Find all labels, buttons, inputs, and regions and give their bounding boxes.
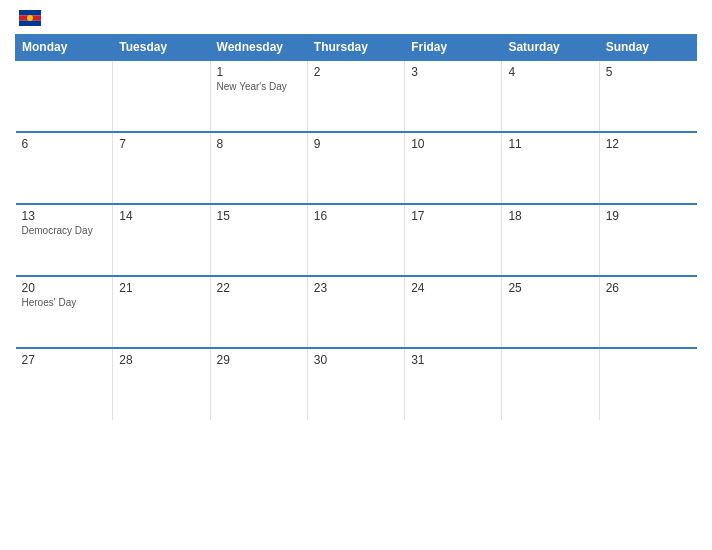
- day-number: 5: [606, 65, 691, 79]
- day-number: 7: [119, 137, 203, 151]
- day-number: 18: [508, 209, 592, 223]
- calendar-cell: 9: [307, 132, 404, 204]
- event-label: New Year's Day: [217, 81, 301, 92]
- day-number: 29: [217, 353, 301, 367]
- calendar-cell: 27: [16, 348, 113, 420]
- calendar-cell: 22: [210, 276, 307, 348]
- calendar-cell: 23: [307, 276, 404, 348]
- week-row-4: 20Heroes' Day212223242526: [16, 276, 697, 348]
- day-number: 10: [411, 137, 495, 151]
- calendar-cell: 24: [405, 276, 502, 348]
- calendar-cell: 30: [307, 348, 404, 420]
- day-header-sunday: Sunday: [599, 35, 696, 61]
- day-header-monday: Monday: [16, 35, 113, 61]
- calendar-cell: 28: [113, 348, 210, 420]
- week-row-1: 1New Year's Day2345: [16, 60, 697, 132]
- day-header-friday: Friday: [405, 35, 502, 61]
- calendar-cell: 21: [113, 276, 210, 348]
- calendar-cell: 31: [405, 348, 502, 420]
- calendar-cell: 20Heroes' Day: [16, 276, 113, 348]
- day-number: 15: [217, 209, 301, 223]
- svg-rect-2: [19, 21, 41, 26]
- calendar-cell: 16: [307, 204, 404, 276]
- day-number: 22: [217, 281, 301, 295]
- day-number: 25: [508, 281, 592, 295]
- calendar-cell: 26: [599, 276, 696, 348]
- day-number: 12: [606, 137, 691, 151]
- day-header-thursday: Thursday: [307, 35, 404, 61]
- calendar-cell: 10: [405, 132, 502, 204]
- day-number: 19: [606, 209, 691, 223]
- week-row-5: 2728293031: [16, 348, 697, 420]
- day-number: 17: [411, 209, 495, 223]
- calendar-cell: 1New Year's Day: [210, 60, 307, 132]
- week-row-3: 13Democracy Day141516171819: [16, 204, 697, 276]
- calendar-cell: 18: [502, 204, 599, 276]
- day-number: 28: [119, 353, 203, 367]
- calendar-cell: 2: [307, 60, 404, 132]
- day-header-tuesday: Tuesday: [113, 35, 210, 61]
- day-number: 3: [411, 65, 495, 79]
- day-number: 13: [22, 209, 107, 223]
- day-number: 2: [314, 65, 398, 79]
- day-number: 1: [217, 65, 301, 79]
- event-label: Heroes' Day: [22, 297, 107, 308]
- day-number: 20: [22, 281, 107, 295]
- calendar-cell: 25: [502, 276, 599, 348]
- calendar-cell: 5: [599, 60, 696, 132]
- svg-rect-0: [19, 10, 41, 15]
- calendar-cell: 13Democracy Day: [16, 204, 113, 276]
- calendar-cell: 6: [16, 132, 113, 204]
- day-number: 9: [314, 137, 398, 151]
- calendar-cell: 17: [405, 204, 502, 276]
- calendar-cell: 14: [113, 204, 210, 276]
- calendar-cell: 8: [210, 132, 307, 204]
- day-number: 23: [314, 281, 398, 295]
- calendar-table: MondayTuesdayWednesdayThursdayFridaySatu…: [15, 34, 697, 420]
- day-number: 24: [411, 281, 495, 295]
- day-number: 16: [314, 209, 398, 223]
- day-number: 11: [508, 137, 592, 151]
- calendar-cell: [113, 60, 210, 132]
- calendar-cell: 4: [502, 60, 599, 132]
- logo-flag-icon: [19, 10, 41, 26]
- calendar-cell: [16, 60, 113, 132]
- day-number: 26: [606, 281, 691, 295]
- calendar-cell: 7: [113, 132, 210, 204]
- calendar-container: MondayTuesdayWednesdayThursdayFridaySatu…: [0, 0, 712, 550]
- svg-point-3: [27, 15, 33, 21]
- day-number: 30: [314, 353, 398, 367]
- day-number: 31: [411, 353, 495, 367]
- calendar-cell: [502, 348, 599, 420]
- calendar-cell: 3: [405, 60, 502, 132]
- logo: [15, 10, 41, 26]
- week-row-2: 6789101112: [16, 132, 697, 204]
- calendar-cell: 12: [599, 132, 696, 204]
- day-headers-row: MondayTuesdayWednesdayThursdayFridaySatu…: [16, 35, 697, 61]
- day-number: 6: [22, 137, 107, 151]
- day-number: 8: [217, 137, 301, 151]
- calendar-cell: [599, 348, 696, 420]
- calendar-cell: 11: [502, 132, 599, 204]
- calendar-cell: 29: [210, 348, 307, 420]
- event-label: Democracy Day: [22, 225, 107, 236]
- day-number: 21: [119, 281, 203, 295]
- day-header-saturday: Saturday: [502, 35, 599, 61]
- day-number: 27: [22, 353, 107, 367]
- day-number: 4: [508, 65, 592, 79]
- calendar-header: [15, 10, 697, 26]
- day-number: 14: [119, 209, 203, 223]
- calendar-cell: 15: [210, 204, 307, 276]
- day-header-wednesday: Wednesday: [210, 35, 307, 61]
- calendar-cell: 19: [599, 204, 696, 276]
